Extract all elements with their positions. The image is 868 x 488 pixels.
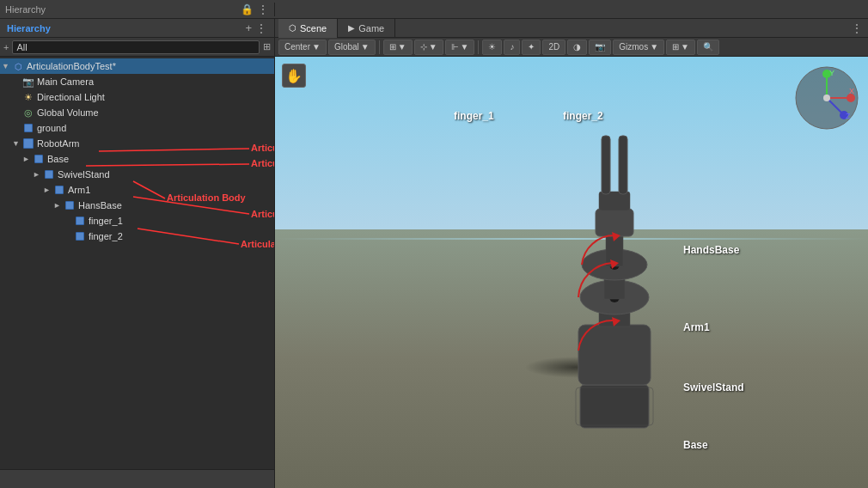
center-chevron: ▼ xyxy=(312,42,321,52)
hierarchy-menu-icon[interactable]: ⋮ xyxy=(257,3,269,16)
effects-icon: ✦ xyxy=(528,42,535,52)
hierarchy-panel-bottom xyxy=(0,469,274,488)
arrow-arm1: ► xyxy=(43,186,53,194)
hierarchy-tree: ▼ ⬡ ArticulationBodyTest* 📷 Main Camera … xyxy=(0,57,274,469)
effects-btn[interactable]: ✦ xyxy=(522,40,541,55)
snap-chevron: ▼ xyxy=(461,42,469,52)
global-volume-icon: ◎ xyxy=(22,107,34,119)
arm1-label: Arm1 xyxy=(68,185,90,195)
tree-item-swivelstand[interactable]: ► SwivelStand xyxy=(0,167,274,182)
pivot-btn[interactable]: ⊹ ▼ xyxy=(414,40,443,55)
gv-label: Global Volume xyxy=(37,107,99,118)
arrow-hans: ► xyxy=(53,201,64,210)
display-btn[interactable]: ⊞ ▼ xyxy=(666,40,695,55)
light-icon: ☀ xyxy=(22,91,34,103)
global-dropdown[interactable]: Global ▼ xyxy=(328,40,376,55)
hand-tool-btn[interactable]: ✋ xyxy=(282,64,306,88)
gizmo-widget[interactable]: X Y Z xyxy=(792,64,861,132)
display-chevron: ▼ xyxy=(681,42,689,52)
svg-text:Z: Z xyxy=(846,112,851,120)
tree-item-base[interactable]: ► Base xyxy=(0,151,274,167)
tree-item-arm1[interactable]: ► Arm1 xyxy=(0,182,274,198)
svg-text:Y: Y xyxy=(829,69,834,77)
tree-item-robotarm[interactable]: ▼ RobotArm xyxy=(0,136,274,151)
grid-icon: ⊞ xyxy=(389,42,396,52)
tree-item-global-volume[interactable]: ◎ Global Volume xyxy=(0,105,274,120)
tree-item-root[interactable]: ▼ ⬡ ArticulationBodyTest* xyxy=(0,58,274,74)
plus-btn[interactable]: + xyxy=(3,42,9,52)
hand-icon: ✋ xyxy=(285,68,303,84)
toolbar-sep-2 xyxy=(478,40,479,54)
grid-btn[interactable]: ⊞ ▼ xyxy=(383,40,413,55)
robot-shadow xyxy=(524,357,627,378)
hierarchy-title: Hierarchy xyxy=(5,4,46,15)
hierarchy-options-icon[interactable]: ⋮ xyxy=(255,21,267,35)
camera-btn[interactable]: 📷 xyxy=(589,40,611,55)
display-icon: ⊞ xyxy=(672,42,679,52)
finger1-label: finger_1 xyxy=(89,216,123,226)
finger2-cube-icon xyxy=(74,230,86,242)
lighting-icon: ☀ xyxy=(488,42,496,52)
ground-cube-icon xyxy=(22,122,34,134)
arrow-robotarm: ▼ xyxy=(12,139,22,148)
scene-tab-bar: ⬡ Scene ▶ Game ⋮ xyxy=(275,19,868,38)
gizmos-label: Gizmos xyxy=(619,42,648,52)
tree-item-light[interactable]: ☀ Directional Light xyxy=(0,89,274,105)
scene-tab-icon: ⬡ xyxy=(289,23,296,33)
center-dropdown[interactable]: Center ▼ xyxy=(278,40,327,55)
camera-icon: 📷 xyxy=(22,76,34,88)
root-label: ArticulationBodyTest* xyxy=(27,61,116,71)
hansbase-label: HansBase xyxy=(78,200,122,210)
gizmos-chevron: ▼ xyxy=(650,42,658,52)
svg-text:X: X xyxy=(849,87,854,95)
game-tab-icon: ▶ xyxy=(348,23,355,33)
hierarchy-tab[interactable]: Hierarchy xyxy=(7,23,51,34)
search-scene-btn[interactable]: 🔍 xyxy=(697,40,719,55)
hierarchy-search-toolbar: + ⊞ xyxy=(0,38,274,57)
hierarchy-filter-icon[interactable]: ⊞ xyxy=(263,41,271,52)
light-label: Directional Light xyxy=(37,92,105,102)
btn-2d[interactable]: 2D xyxy=(542,40,565,55)
arrow-base: ► xyxy=(22,155,33,163)
toggle-lighting[interactable]: ☀ xyxy=(482,40,502,55)
hierarchy-search-input[interactable] xyxy=(12,40,260,54)
scene-icon: ⬡ xyxy=(12,60,24,72)
top-toolbar: Hierarchy 🔒 ⋮ xyxy=(0,0,868,19)
game-tab[interactable]: ▶ Game xyxy=(338,19,395,38)
render-mode-btn[interactable]: ◑ xyxy=(567,40,587,55)
svg-point-32 xyxy=(823,95,830,101)
ground-label: ground xyxy=(37,123,66,133)
panel-header: Hierarchy + ⋮ xyxy=(0,19,274,38)
toggle-audio[interactable]: ♪ xyxy=(504,40,520,55)
robotarm-label: RobotArm xyxy=(37,138,80,149)
search-scene-icon: 🔍 xyxy=(703,42,713,52)
swivel-cube-icon xyxy=(43,168,55,180)
scene-panel: ⬡ Scene ▶ Game ⋮ Center ▼ Global ▼ ⊞ ▼ xyxy=(275,19,868,488)
tree-item-camera[interactable]: 📷 Main Camera xyxy=(0,74,274,89)
gizmo-svg: X Y Z xyxy=(792,64,861,132)
base-label: Base xyxy=(47,154,69,164)
finger1-cube-icon xyxy=(74,215,86,227)
toolbar-sep-1 xyxy=(379,40,380,54)
hierarchy-add-icon[interactable]: + xyxy=(245,21,252,34)
pivot-icon: ⊹ xyxy=(420,42,427,52)
hierarchy-lock-icon[interactable]: 🔒 xyxy=(241,3,254,15)
grid-chevron: ▼ xyxy=(398,42,406,52)
robotarm-cube-icon xyxy=(22,137,34,149)
scene-panel-menu-icon[interactable]: ⋮ xyxy=(851,21,868,35)
global-chevron: ▼ xyxy=(361,42,370,52)
global-label: Global xyxy=(334,42,359,52)
tree-item-finger1[interactable]: finger_1 xyxy=(0,213,274,229)
audio-icon: ♪ xyxy=(510,42,514,52)
gizmos-btn[interactable]: Gizmos ▼ xyxy=(613,40,664,55)
scene-tab[interactable]: ⬡ Scene xyxy=(278,19,338,38)
hierarchy-panel: Hierarchy + ⋮ + ⊞ ▼ ⬡ ArticulationBodyTe… xyxy=(0,19,275,488)
snap-btn[interactable]: ⊩ ▼ xyxy=(445,40,475,55)
scene-tab-label: Scene xyxy=(300,23,327,34)
tree-item-finger2[interactable]: finger_2 xyxy=(0,229,274,244)
game-tab-label: Game xyxy=(358,23,384,34)
camera-icon: 📷 xyxy=(595,42,605,52)
camera-label: Main Camera xyxy=(37,76,94,87)
tree-item-hansbase[interactable]: ► HansBase xyxy=(0,198,274,213)
tree-item-ground[interactable]: ground xyxy=(0,120,274,136)
